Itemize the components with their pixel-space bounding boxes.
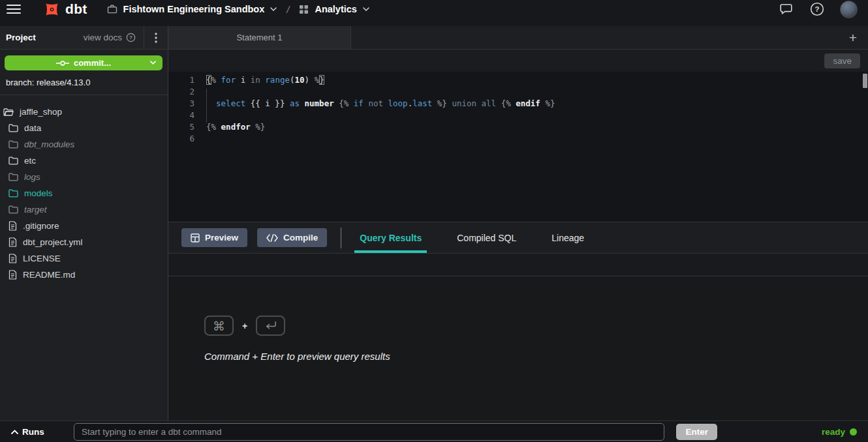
code-line-content: {% for i in range(10) %} bbox=[194, 74, 324, 86]
tree-item-label: models bbox=[24, 188, 53, 198]
status-label: ready bbox=[822, 427, 845, 437]
sidebar-item-etc[interactable]: etc bbox=[0, 153, 168, 169]
project-switcher[interactable]: Fishtown Engineering Sandbox bbox=[107, 4, 277, 14]
code-line-3[interactable]: 3 select {{ i }} as number {% if not loo… bbox=[168, 98, 868, 110]
sidebar-item-readme-md[interactable]: README.md bbox=[0, 267, 168, 283]
line-number: 6 bbox=[168, 133, 194, 145]
file-tree: jaffle_shopdatadbt_modulesetclogsmodelst… bbox=[0, 95, 168, 283]
sidebar-item-data[interactable]: data bbox=[0, 120, 168, 136]
grid-icon bbox=[299, 5, 309, 14]
code-line-5[interactable]: 5{% endfor %} bbox=[168, 121, 868, 133]
tree-item-label: logs bbox=[24, 172, 40, 182]
chevron-up-icon bbox=[11, 430, 18, 434]
editor-tab-statement-1[interactable]: Statement 1 bbox=[168, 26, 351, 49]
sidebar-item-dbt-modules[interactable]: dbt_modules bbox=[0, 136, 168, 153]
help-icon: ? bbox=[810, 2, 824, 16]
branch-label: branch: release/4.13.0 bbox=[6, 78, 168, 87]
indent-guide bbox=[206, 89, 207, 123]
tree-item-label: README.md bbox=[23, 270, 75, 280]
chevron-down-icon bbox=[150, 61, 156, 65]
enter-button[interactable]: Enter bbox=[676, 424, 717, 440]
code-line-4[interactable]: 4 bbox=[168, 110, 868, 121]
sidebar-item-logs[interactable]: logs bbox=[0, 169, 168, 185]
user-avatar[interactable] bbox=[840, 1, 858, 18]
dbt-command-input[interactable] bbox=[74, 423, 664, 441]
kebab-menu-button[interactable] bbox=[144, 26, 168, 49]
editor-toolbar: save bbox=[168, 50, 868, 72]
view-docs-link[interactable]: view docs ? bbox=[84, 33, 136, 42]
compile-button-label: Compile bbox=[283, 233, 318, 243]
preview-button-label: Preview bbox=[205, 233, 238, 243]
dbt-logo: dbt bbox=[43, 1, 87, 18]
topbar: dbt Fishtown Engineering Sandbox / Analy… bbox=[0, 0, 868, 26]
hamburger-icon bbox=[7, 4, 21, 14]
code-editor[interactable]: 1{% for i in range(10) %}23 select {{ i … bbox=[168, 72, 868, 222]
tree-item-label: data bbox=[24, 123, 41, 133]
line-number: 1 bbox=[168, 74, 194, 86]
code-line-content bbox=[194, 86, 206, 98]
sidebar-header: Project view docs ? bbox=[0, 26, 168, 50]
help-button[interactable]: ? bbox=[809, 1, 826, 18]
command-key-icon: ⌘ bbox=[204, 316, 234, 336]
sidebar-item-models[interactable]: models bbox=[0, 185, 168, 201]
folder-icon bbox=[8, 140, 18, 149]
file-icon bbox=[8, 254, 17, 263]
editor-pane: Statement 1 + save 1{% for i in range(10… bbox=[168, 26, 868, 420]
code-line-2[interactable]: 2 bbox=[168, 86, 868, 98]
status-indicator: ready bbox=[729, 427, 857, 437]
dbt-ide-app: dbt Fishtown Engineering Sandbox / Analy… bbox=[0, 0, 868, 442]
folder-icon bbox=[8, 173, 18, 181]
code-line-content bbox=[194, 133, 206, 145]
line-number: 4 bbox=[168, 110, 194, 121]
line-number: 2 bbox=[168, 86, 194, 98]
tab-compiled-sql[interactable]: Compiled SQL bbox=[452, 222, 521, 253]
preview-button[interactable]: Preview bbox=[181, 228, 247, 247]
table-icon bbox=[191, 233, 200, 243]
code-line-1[interactable]: 1{% for i in range(10) %} bbox=[168, 74, 868, 86]
enter-key-icon bbox=[256, 316, 285, 336]
runs-toggle[interactable]: Runs bbox=[11, 427, 62, 437]
commit-button[interactable]: commit... bbox=[5, 55, 163, 70]
results-panel: ⌘ + Command + Enter to preview query res… bbox=[168, 276, 868, 420]
tab-lineage[interactable]: Lineage bbox=[546, 222, 589, 253]
file-icon bbox=[8, 237, 17, 247]
commit-button-label: commit... bbox=[74, 58, 111, 68]
chat-button[interactable] bbox=[778, 1, 794, 17]
results-toolbar: Preview Compile Query ResultsCompiled SQ… bbox=[168, 222, 868, 254]
sidebar-item-target[interactable]: target bbox=[0, 201, 168, 218]
folder-open-icon bbox=[3, 108, 14, 117]
new-tab-button[interactable]: + bbox=[838, 26, 868, 49]
tree-item-label: .gitignore bbox=[23, 221, 59, 231]
line-number: 5 bbox=[168, 121, 194, 133]
line-number: 3 bbox=[168, 98, 194, 110]
code-icon bbox=[266, 234, 278, 242]
hamburger-menu-button[interactable] bbox=[5, 3, 22, 16]
briefcase-icon bbox=[107, 4, 117, 14]
file-icon bbox=[8, 270, 17, 280]
sidebar-item-gitignore[interactable]: .gitignore bbox=[0, 218, 168, 234]
code-line-6[interactable]: 6 bbox=[168, 133, 868, 145]
status-bar: Runs Enter ready bbox=[0, 420, 868, 442]
editor-scrollbar[interactable] bbox=[863, 74, 867, 88]
folder-icon bbox=[8, 189, 18, 198]
view-docs-label: view docs bbox=[84, 33, 122, 42]
code-line-content bbox=[194, 110, 206, 121]
tree-item-label: jaffle_shop bbox=[20, 107, 62, 117]
shortcut-hint-text: Command + Enter to preview query results bbox=[204, 351, 868, 362]
svg-text:?: ? bbox=[814, 5, 819, 13]
editor-tab-label: Statement 1 bbox=[236, 33, 282, 42]
app-switcher[interactable]: Analytics bbox=[299, 4, 369, 14]
save-button[interactable]: save bbox=[824, 53, 860, 68]
sidebar-item-license[interactable]: LICENSE bbox=[0, 250, 168, 267]
compile-button[interactable]: Compile bbox=[257, 228, 327, 247]
file-icon bbox=[8, 221, 17, 231]
project-title: Project bbox=[0, 33, 36, 42]
tab-query-results[interactable]: Query Results bbox=[354, 222, 427, 253]
main-area: Project view docs ? commit... branch: re… bbox=[0, 26, 868, 420]
code-line-content: select {{ i }} as number {% if not loop.… bbox=[194, 98, 555, 110]
tree-item-label: LICENSE bbox=[23, 254, 61, 263]
sidebar-item-dbt-project-yml[interactable]: dbt_project.yml bbox=[0, 234, 168, 250]
kebab-icon bbox=[155, 33, 157, 43]
sidebar-item-jaffle-shop[interactable]: jaffle_shop bbox=[0, 104, 168, 120]
toolbar-divider bbox=[341, 228, 341, 248]
